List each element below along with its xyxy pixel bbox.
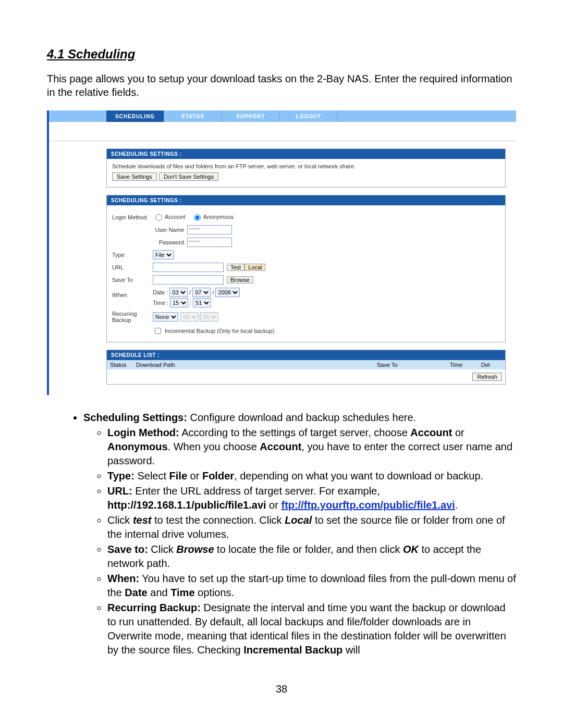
col-del: Del: [481, 362, 502, 368]
radio-account-text: Account: [165, 214, 186, 220]
section-heading: 4.1 Scheduling: [47, 47, 516, 61]
username-label: User Name: [153, 227, 187, 233]
test-button[interactable]: Test: [227, 264, 244, 271]
sub-click-test: Click test to test the connection. Click…: [107, 513, 516, 541]
panel3-title: Schedule List :: [107, 350, 505, 360]
save-settings-button[interactable]: Save Settings: [112, 172, 157, 181]
date-year-select[interactable]: 2008: [215, 288, 240, 297]
nav-status-tab[interactable]: Status: [164, 110, 222, 122]
sub-when: When: You have to set up the start-up ti…: [107, 572, 516, 600]
col-download-path: Download Path: [136, 362, 377, 368]
recurring-select[interactable]: None: [153, 312, 178, 322]
sub-save-to: Save to: Click Browse to locate the file…: [107, 542, 516, 571]
recurring-min-select: 00: [200, 312, 218, 322]
screenshot-region: Scheduling Status Support Logout Schedul…: [47, 110, 516, 395]
panel-scheduling-settings-top: Scheduling Settings : Schedule downloads…: [106, 149, 506, 188]
top-nav: Scheduling Status Support Logout: [49, 110, 516, 122]
radio-anonymous[interactable]: [194, 214, 201, 221]
saveto-input[interactable]: [153, 275, 224, 285]
panel-scheduling-settings-form: Scheduling Settings : Login Method Accou…: [106, 195, 506, 342]
col-saveto: Save To: [377, 362, 450, 368]
date-month-select[interactable]: 03: [169, 288, 188, 297]
url-label: URL: [112, 264, 153, 270]
url-input[interactable]: [153, 263, 224, 272]
username-input[interactable]: [187, 225, 232, 235]
nav-logout-tab[interactable]: Logout: [280, 110, 338, 122]
incremental-label: Incremental Backup (Only for local backu…: [165, 328, 274, 334]
date-label: Date :: [153, 289, 168, 295]
col-status: Status: [110, 362, 136, 368]
bullet-scheduling-settings: Scheduling Settings: Configure download …: [83, 411, 516, 657]
panel-schedule-list: Schedule List : Status Download Path Sav…: [106, 350, 506, 385]
nav-scheduling-tab[interactable]: Scheduling: [106, 110, 164, 122]
recurring-hour-select: 00: [180, 312, 199, 322]
time-hour-select[interactable]: 15: [170, 298, 188, 307]
nav-support-tab[interactable]: Support: [222, 110, 280, 122]
local-button[interactable]: Local: [244, 264, 265, 271]
intro-paragraph: This page allows you to setup your downl…: [47, 72, 516, 99]
sub-recurring-backup: Recurring Backup: Designate the interval…: [107, 601, 516, 657]
sub-url: URL: Enter the URL address of target ser…: [107, 484, 516, 512]
radio-account-label[interactable]: Account: [153, 213, 186, 221]
password-label: Password: [153, 239, 187, 245]
refresh-button[interactable]: Refresh: [472, 373, 502, 381]
type-label: Type: [112, 252, 153, 258]
radio-account[interactable]: [155, 214, 162, 221]
recurring-label: Recurring Backup: [112, 311, 153, 323]
sub-login-method: Login Method: According to the settings …: [107, 426, 516, 468]
explanatory-text: Scheduling Settings: Configure download …: [47, 411, 516, 657]
dont-save-settings-button[interactable]: Don't Save Settings: [159, 172, 218, 181]
when-label: When: [112, 288, 153, 298]
saveto-label: Save To: [112, 277, 153, 283]
date-day-select[interactable]: 07: [192, 288, 211, 297]
sub-type: Type: Select File or Folder, depending o…: [107, 469, 516, 483]
panel1-title: Scheduling Settings :: [107, 149, 505, 159]
panel2-title: Scheduling Settings :: [107, 195, 505, 205]
col-time: Time: [450, 362, 481, 368]
password-input[interactable]: [187, 238, 232, 247]
type-select[interactable]: File: [153, 250, 174, 260]
time-min-select[interactable]: 51: [193, 298, 211, 307]
time-label: Time :: [153, 300, 168, 306]
ftp-link[interactable]: ftp://ftp.yourftp.com/public/file1.avi: [281, 499, 455, 511]
incremental-checkbox[interactable]: [155, 328, 161, 334]
browse-button[interactable]: Browse: [227, 276, 253, 283]
schedule-list-header: Status Download Path Save To Time Del: [107, 360, 505, 369]
panel1-desc: Schedule downloads of files and folders …: [112, 163, 500, 169]
radio-anonymous-text: Anonymous: [203, 214, 234, 220]
login-method-label: Login Method: [112, 214, 153, 220]
page-number: 38: [47, 683, 516, 695]
radio-anonymous-label[interactable]: Anonymous: [191, 213, 234, 221]
